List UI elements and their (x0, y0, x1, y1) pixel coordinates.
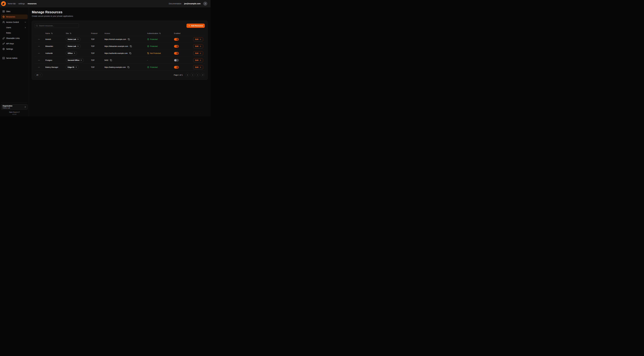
arrow-right-icon (199, 38, 201, 40)
breadcrumb-item-settings[interactable]: settings (18, 2, 25, 5)
external-link-icon (18, 112, 20, 113)
pagination-first-button[interactable] (186, 73, 190, 77)
row-menu-button[interactable] (37, 44, 41, 48)
main-content: Manage Resources Create secure proxies t… (29, 7, 210, 116)
ellipsis-icon (38, 66, 40, 68)
enabled-toggle[interactable] (174, 52, 179, 55)
app-logo-icon[interactable] (1, 1, 6, 6)
chevrons-left-icon (186, 74, 188, 76)
external-link-icon (75, 66, 77, 68)
sidebar-item-sites[interactable]: Sites (1, 9, 28, 14)
avatar[interactable]: J (203, 2, 207, 6)
copy-icon (128, 66, 130, 68)
ellipsis-icon (38, 52, 40, 54)
sidebar-item-shareable-links[interactable]: Shareable Links (1, 36, 28, 40)
toggle-knob (174, 59, 176, 61)
sidebar: Sites Resources Access Control (0, 7, 29, 116)
copy-button[interactable] (127, 66, 130, 69)
row-menu-button[interactable] (37, 38, 41, 41)
site-link-button[interactable]: Home Lab (66, 44, 80, 48)
breadcrumb-separator: › (17, 2, 17, 4)
auth-status: Not Protected (147, 52, 161, 54)
site-link-button[interactable]: Office (66, 51, 77, 55)
row-menu-button[interactable] (37, 58, 41, 62)
pagination-last-button[interactable] (201, 73, 205, 77)
toggle-knob (176, 45, 178, 48)
resource-name: Battery Manager (43, 66, 64, 68)
card-toolbar: Add Resource (35, 24, 205, 28)
chevron-left-icon (192, 74, 194, 76)
edit-button[interactable]: Edit (193, 65, 203, 69)
open-source-link[interactable]: Open Source (1, 111, 28, 113)
sort-icon (159, 32, 161, 34)
shield-off-icon (147, 52, 149, 54)
search-input[interactable] (35, 24, 79, 28)
sidebar-item-settings[interactable]: Settings (1, 47, 28, 51)
sidebar-item-access-control[interactable]: Access Control (1, 20, 28, 24)
page-title: Manage Resources (32, 10, 208, 14)
access-url: https://authentik.example.com (104, 52, 128, 54)
chevrons-up-down-icon (24, 106, 26, 108)
column-header-name[interactable]: Name (43, 32, 64, 34)
site-link-button[interactable]: Edge 01 (66, 65, 79, 69)
resource-name: Immich (43, 38, 64, 40)
copy-icon (110, 59, 112, 61)
site-link-button[interactable]: Second Office (66, 58, 84, 62)
copy-button[interactable] (129, 45, 132, 48)
topbar: home-lab › settings › resources Document… (0, 0, 210, 7)
page-info: Page 1 of 1 (174, 74, 183, 76)
sidebar-item-api-keys[interactable]: API Keys (1, 41, 28, 46)
sort-icon (70, 32, 72, 34)
add-resource-label: Add Resource (191, 25, 203, 27)
edit-button[interactable]: Edit (193, 37, 203, 41)
column-header-authentication[interactable]: Authentication (145, 32, 172, 34)
enabled-toggle[interactable] (174, 38, 179, 41)
resource-name: Postgres (43, 59, 64, 61)
page-size-select[interactable]: 20 (35, 73, 43, 77)
column-header-site[interactable]: Site (64, 32, 89, 34)
protocol: TCP (89, 66, 102, 68)
shield-check-icon (147, 45, 149, 47)
edit-button[interactable]: Edit (193, 51, 203, 55)
copy-button[interactable] (129, 52, 132, 55)
table-row: Battery Manager Edge 01 TCP https://batt… (35, 64, 205, 71)
breadcrumb-item-resources[interactable]: resources (28, 2, 36, 5)
chevron-down-icon (39, 74, 41, 76)
waypoints-icon (2, 16, 5, 18)
edit-button[interactable]: Edit (193, 44, 203, 48)
plus-icon (188, 25, 190, 26)
auth-status: Protected (147, 38, 158, 40)
enabled-toggle[interactable] (174, 66, 179, 68)
row-menu-button[interactable] (37, 52, 41, 55)
sidebar-nav: Sites Resources Access Control (1, 9, 28, 102)
copy-button[interactable] (127, 38, 130, 41)
copy-icon (128, 38, 130, 40)
enabled-toggle[interactable] (174, 59, 179, 62)
table-header-row: Name Site Protocol Access Authentication (35, 31, 205, 36)
sort-icon (51, 32, 53, 34)
protocol: TCP (89, 38, 102, 40)
sidebar-item-roles[interactable]: Roles (1, 30, 28, 35)
topbar-right: Documentation joe@example.com J (169, 2, 207, 6)
organization-selector[interactable]: Organization Home Lab (1, 104, 28, 110)
add-resource-button[interactable]: Add Resource (186, 24, 205, 28)
breadcrumb-item-home-lab[interactable]: home-lab (8, 2, 16, 5)
sidebar-item-resources[interactable]: Resources (1, 14, 28, 19)
user-email: joe@example.com (184, 2, 200, 5)
sidebar-item-users[interactable]: Users (1, 25, 28, 30)
site-link-button[interactable]: Home Lab (66, 37, 80, 41)
copy-button[interactable] (110, 59, 112, 62)
server-icon (2, 57, 5, 59)
pagination-next-button[interactable] (196, 73, 200, 77)
pagination-prev-button[interactable] (190, 73, 194, 77)
sidebar-item-server-admin[interactable]: Server Admin (1, 56, 28, 60)
sidebar-item-label: Roles (6, 32, 11, 34)
enabled-toggle[interactable] (174, 45, 179, 48)
organization-value: Home Lab (2, 107, 12, 109)
row-menu-button[interactable] (37, 66, 41, 69)
gear-icon (2, 48, 5, 50)
edit-button[interactable]: Edit (193, 58, 203, 62)
documentation-link[interactable]: Documentation (169, 2, 181, 5)
copy-icon (129, 52, 131, 54)
toggle-knob (176, 66, 178, 68)
